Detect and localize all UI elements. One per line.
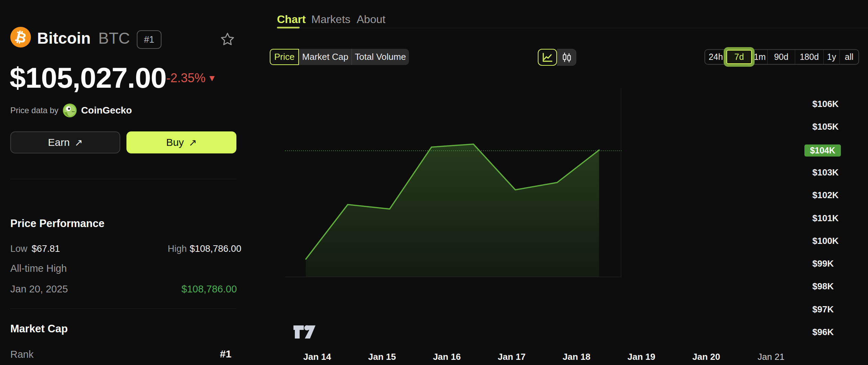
- ath-label: All-time High: [10, 263, 67, 274]
- range-all[interactable]: all: [839, 50, 858, 64]
- tab-chart[interactable]: Chart: [277, 13, 306, 26]
- y-axis-tick: $96K: [812, 327, 834, 337]
- x-axis-tick: Jan 19: [627, 352, 655, 362]
- low-value: $67.81: [32, 244, 60, 254]
- x-axis-tick: Jan 14: [303, 352, 331, 362]
- ath-date: Jan 20, 2025: [10, 283, 68, 295]
- rank-chip: #1: [137, 30, 162, 49]
- line-chart-icon[interactable]: [538, 49, 557, 66]
- section-divider: [10, 309, 236, 309]
- down-triangle-icon: ▼: [208, 73, 216, 83]
- bitcoin-logo-icon: ₿: [10, 27, 31, 47]
- current-price: $105,027.00: [10, 61, 166, 95]
- y-axis-tick: $103K: [812, 167, 839, 178]
- market-cap-title: Market Cap: [10, 323, 68, 335]
- tabs-divider: [277, 28, 868, 28]
- y-axis-tick: $100K: [812, 235, 839, 246]
- y-axis-tick: $102K: [812, 190, 839, 201]
- tab-markets[interactable]: Markets: [311, 13, 350, 26]
- favorite-star-icon[interactable]: [220, 32, 235, 47]
- x-axis-tick: Jan 16: [433, 352, 461, 362]
- y-axis-tick: $99K: [812, 258, 834, 269]
- external-arrow-icon: ↗: [189, 137, 197, 148]
- rank-label: Rank: [10, 349, 34, 360]
- low-label: Low: [10, 244, 27, 254]
- x-axis-tick: Jan 18: [563, 352, 590, 362]
- y-axis-tick: $97K: [812, 304, 834, 314]
- coin-symbol: BTC: [98, 29, 130, 47]
- high-value: $108,786.00: [190, 244, 241, 254]
- ath-value: $108,786.00: [181, 283, 237, 295]
- rank-value: #1: [220, 348, 231, 360]
- metric-price[interactable]: Price: [270, 49, 299, 65]
- external-arrow-icon: ↗: [75, 137, 82, 148]
- x-axis-tick: Jan 17: [498, 352, 526, 362]
- bitcoin-price-page: ₿ Bitcoin BTC #1 $105,027.00 -2.35%▼ Pri…: [0, 0, 868, 365]
- provider-label: Price data by: [10, 106, 58, 115]
- x-axis-tick: Jan 21: [758, 352, 784, 362]
- tradingview-logo-icon[interactable]: [293, 324, 316, 340]
- chart-area-fill: [306, 144, 599, 277]
- buy-button[interactable]: Buy↗: [126, 131, 236, 153]
- x-axis-tick: Jan 15: [368, 352, 396, 362]
- data-provider-row: Price data by CoinGecko: [10, 103, 132, 118]
- price-chart[interactable]: [285, 53, 806, 346]
- y-axis-tick: $106K: [812, 99, 839, 109]
- current-price-badge: $104K: [804, 144, 841, 157]
- high-label: High: [168, 244, 187, 254]
- range-1y[interactable]: 1y: [823, 50, 839, 64]
- y-axis-tick: $98K: [812, 281, 834, 292]
- section-divider: [10, 179, 236, 179]
- x-axis-tick: Jan 20: [692, 352, 720, 362]
- coin-name: Bitcoin: [37, 29, 91, 47]
- y-axis-tick: $105K: [812, 121, 839, 132]
- price-performance-title: Price Performance: [10, 217, 104, 230]
- coingecko-logo-icon: [63, 103, 77, 118]
- y-axis-tick: $101K: [812, 213, 839, 223]
- range-7d[interactable]: 7d: [726, 50, 752, 64]
- provider-name: CoinGecko: [81, 105, 132, 116]
- price-change-24h: -2.35%▼: [166, 71, 216, 85]
- tab-about[interactable]: About: [357, 13, 386, 26]
- earn-button[interactable]: Earn↗: [10, 131, 120, 153]
